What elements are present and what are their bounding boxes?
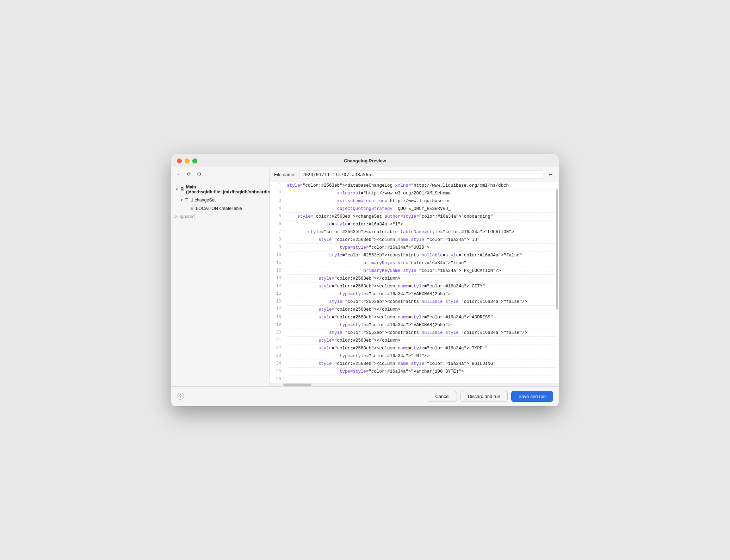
line-number: 4 [270,205,284,212]
tree-item-location-label: LOCATION createTable [196,206,242,211]
line-number: 11 [270,260,284,267]
line-number: 1 [270,182,284,189]
save-run-button[interactable]: Save and run [511,391,553,402]
code-line: 6 id=style="color:#16a34a">"1"> [270,221,559,228]
main-window: Changelog Preview ← ⟳ ⚙ ▾ 🗄 Main (jdbc:h… [171,154,559,406]
tree-item-main[interactable]: ▾ 🗄 Main (jdbc:hsqldb:file:.jmix/hsqldb/… [171,183,270,196]
line-number: 17 [270,306,284,313]
line-number: 24 [270,360,284,367]
code-line: 10 style="color:#2563eb"><constraints nu… [270,252,559,259]
undo-icon[interactable]: ↩ [547,170,555,178]
code-line: 19 type=style="color:#16a34a">"VARCHAR(2… [270,322,559,329]
line-number: 9 [270,244,284,251]
line-content: style="color:#2563eb"></column> [284,337,559,344]
line-content [284,376,559,383]
file-name-input[interactable] [299,170,543,179]
code-line: 18 style="color:#2563eb"><column name=st… [270,314,559,321]
code-editor[interactable]: 1style="color:#2563eb"><databaseChangeLo… [270,182,559,383]
line-number: 15 [270,291,284,298]
line-content: id=style="color:#16a34a">"1"> [284,221,559,228]
chevron-down-icon: ▾ [179,198,184,203]
line-number: 10 [270,252,284,259]
horizontal-scrollbar[interactable] [270,383,559,386]
code-line: 21 style="color:#2563eb"></column> [270,337,559,344]
tree-item-changeset-group[interactable]: ▾ ☰ 1 changeSet [171,196,270,204]
line-content: primaryKey=style="color:#16a34a">"true" [284,260,559,267]
code-line: 12 primaryKeyName=style="color:#16a34a">… [270,267,559,274]
ignored-label: Ignored [180,214,194,219]
line-number: 2 [270,190,284,197]
line-content: style="color:#2563eb"><column name=style… [284,236,559,243]
line-content: style="color:#2563eb"><column name=style… [284,314,559,321]
traffic-lights [177,158,197,163]
help-button[interactable]: ? [177,393,184,400]
line-number: 26 [270,376,284,383]
maximize-button[interactable] [192,158,197,163]
code-line: 24 style="color:#2563eb"><column name=st… [270,360,559,367]
back-icon[interactable]: ← [175,170,183,178]
line-content: xmlns:xsi="http://www.w3.org/2001/XMLSch… [284,190,559,197]
line-content: primaryKeyName=style="color:#16a34a">"PK… [284,267,559,274]
close-button[interactable] [177,158,182,163]
h-scrollbar-thumb[interactable] [283,384,311,386]
code-line: 23 type=style="color:#16a34a">"INT"/> [270,353,559,360]
window-title: Changelog Preview [344,158,386,163]
line-content: style="color:#2563eb"><column name=style… [284,345,559,352]
line-number: 16 [270,298,284,305]
ignored-item[interactable]: ⊘ Ignored [171,213,270,221]
right-panel: File name: ↩ 1style="color:#2563eb"><dat… [270,167,559,386]
line-content: style="color:#2563eb"><column name=style… [284,283,559,290]
code-line: 4 objectQuotingStrategy="QUOTE_ONLY_RESE… [270,205,559,212]
scrollbar-track [556,182,559,383]
line-number: 13 [270,275,284,282]
code-line: 13 style="color:#2563eb"></column> [270,275,559,282]
code-line: 16 style="color:#2563eb"><constraints nu… [270,298,559,305]
code-line: 14 style="color:#2563eb"><column name=st… [270,283,559,290]
table-icon: ⊞ [189,206,194,211]
line-number: 5 [270,213,284,220]
line-content: style="color:#2563eb"></column> [284,306,559,313]
file-name-label: File name: [274,172,296,177]
tree-area: ▾ 🗄 Main (jdbc:hsqldb:file:.jmix/hsqldb/… [171,181,270,386]
database-icon: 🗄 [179,187,185,192]
scrollbar-thumb[interactable] [556,189,558,310]
line-number: 3 [270,198,284,205]
code-line: 20 style="color:#2563eb"><constraints nu… [270,329,559,336]
footer-left: ? [177,393,184,400]
line-content: style="color:#2563eb"><changeSet author=… [284,213,559,220]
cancel-button[interactable]: Cancel [428,391,457,402]
line-content: type=style="color:#16a34a">"VARCHAR(255)… [284,322,559,329]
refresh-tree-icon[interactable]: ⟳ [185,170,193,178]
line-number: 18 [270,314,284,321]
code-line: 17 style="color:#2563eb"></column> [270,306,559,313]
left-panel: ← ⟳ ⚙ ▾ 🗄 Main (jdbc:hsqldb:file:.jmix/h… [171,167,270,386]
discard-run-button[interactable]: Discard and run [460,391,508,402]
code-line: 7 style="color:#2563eb"><createTable tab… [270,229,559,236]
tree-item-location[interactable]: ⊞ LOCATION createTable [171,204,270,213]
circle-slash-icon: ⊘ [174,214,178,219]
line-content: objectQuotingStrategy="QUOTE_ONLY_RESERV… [284,205,559,212]
line-number: 22 [270,345,284,352]
titlebar: Changelog Preview [171,154,559,167]
line-number: 6 [270,221,284,228]
line-number: 21 [270,337,284,344]
code-line: 22 style="color:#2563eb"><column name=st… [270,345,559,352]
code-line: 9 type=style="color:#16a34a">"UUID"> [270,244,559,251]
tree-item-main-label: Main (jdbc:hsqldb:file:.jmix/hsqldb/onbo… [186,185,270,194]
line-number: 8 [270,236,284,243]
line-content: style="color:#2563eb"></column> [284,275,559,282]
left-toolbar: ← ⟳ ⚙ [171,167,270,181]
line-content: type=style="color:#16a34a">"INT"/> [284,353,559,360]
code-line: 11 primaryKey=style="color:#16a34a">"tru… [270,260,559,267]
minimize-button[interactable] [185,158,190,163]
line-content: type=style="color:#16a34a">"varchar(100 … [284,368,559,375]
code-line: 25 type=style="color:#16a34a">"varchar(1… [270,368,559,375]
code-line: 15 type=style="color:#16a34a">"VARCHAR(2… [270,291,559,298]
code-lines: 1style="color:#2563eb"><databaseChangeLo… [270,182,559,383]
settings-icon[interactable]: ⚙ [195,170,203,178]
line-content: style="color:#2563eb"><constraints nulla… [284,298,559,305]
line-number: 19 [270,322,284,329]
line-number: 14 [270,283,284,290]
line-content: type=style="color:#16a34a">"VARCHAR(255)… [284,291,559,298]
line-number: 12 [270,267,284,274]
